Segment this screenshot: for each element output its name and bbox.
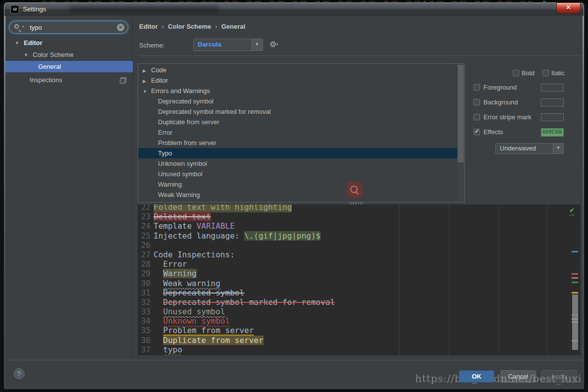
sidebar-item-general[interactable]: General [5, 61, 133, 72]
code-line-36[interactable]: 36 Duplicate from server [138, 336, 571, 345]
scheme-dropdown[interactable]: Darcula ▼ [193, 39, 263, 51]
code-segment[interactable] [154, 288, 163, 297]
code-segment[interactable]: typo [163, 345, 182, 354]
code-segment[interactable]: Error [163, 259, 187, 269]
preview-scrollbar-thumb[interactable] [572, 294, 578, 350]
error-stripe-color-field[interactable] [541, 113, 564, 121]
foreground-color-field[interactable] [541, 84, 564, 92]
code-line-31[interactable]: 31 Deprecated symbol [138, 288, 571, 297]
options-row-errors-and-warnings[interactable]: ▼Errors and Warnings [138, 86, 464, 96]
code-segment[interactable]: Code Inspections: [154, 250, 235, 259]
help-button[interactable]: ? [13, 368, 25, 380]
code-line-32[interactable]: 32 Deprecated symbol marked for removal [138, 297, 571, 307]
code-segment[interactable]: Injected language: [154, 231, 244, 241]
code-segment[interactable] [154, 316, 163, 326]
effects-checkbox[interactable] [474, 129, 480, 135]
code-line-28[interactable]: 28 Error [138, 259, 571, 269]
code-segment[interactable] [154, 326, 163, 335]
code-segment[interactable] [154, 259, 163, 269]
italic-checkbox[interactable] [542, 70, 549, 76]
code-segment[interactable]: \.(gif|jpg|png)$ [244, 231, 321, 241]
ok-button[interactable]: OK [459, 370, 494, 383]
code-segment[interactable]: Deprecated symbol [163, 288, 244, 297]
background-checkbox[interactable] [474, 99, 480, 105]
code-line-25[interactable]: 25Injected language: \.(gif|jpg|png)$ [138, 231, 571, 241]
breadcrumb-item[interactable]: General [221, 23, 245, 30]
expand-arrow-icon[interactable]: ▶ [143, 66, 149, 76]
code-segment[interactable] [154, 336, 163, 345]
options-scrollbar[interactable] [457, 64, 464, 202]
stripe-mark[interactable] [572, 277, 578, 279]
foreground-checkbox[interactable] [474, 84, 480, 91]
code-segment[interactable]: Folded text with highlighting [154, 204, 292, 212]
stripe-mark[interactable] [572, 282, 578, 283]
code-line-26[interactable]: 26 [138, 241, 571, 250]
stripe-mark[interactable] [572, 292, 578, 294]
scheme-actions-button[interactable]: ⚙▾ [269, 40, 278, 49]
code-line-29[interactable]: 29 Warning [138, 269, 571, 278]
expand-arrow-icon[interactable]: ▶ [143, 201, 149, 202]
collapse-arrow-icon[interactable]: ▼ [15, 38, 19, 49]
code-line-34[interactable]: 34 Unknown symbol [138, 316, 571, 326]
code-segment[interactable] [154, 269, 163, 278]
code-segment[interactable] [154, 279, 163, 288]
code-segment[interactable]: Unused symbol [163, 307, 225, 316]
code-segment[interactable]: Unknown symbol [163, 316, 230, 326]
collapse-arrow-icon[interactable]: ▼ [24, 49, 28, 60]
code-line-27[interactable]: 27Code Inspections: [138, 250, 571, 259]
code-segment[interactable]: Template [154, 221, 197, 231]
code-segment[interactable]: Duplicate from server [163, 336, 263, 345]
breadcrumb-item[interactable]: Editor [139, 23, 158, 30]
clear-search-icon[interactable]: ✕ [117, 24, 124, 31]
stripe-mark[interactable] [572, 251, 578, 252]
options-row-code[interactable]: ▶Code [138, 65, 464, 75]
dropdown-arrow-box[interactable]: ▼ [553, 144, 563, 153]
options-row-problem-from-server[interactable]: Problem from server [138, 138, 464, 148]
inspections-settings-icon[interactable] [120, 77, 126, 84]
dropdown-arrow-box[interactable]: ▼ [252, 39, 263, 50]
sidebar-item-editor[interactable]: ▼ Editor [5, 38, 133, 49]
code-line-30[interactable]: 30 Weak warning [138, 279, 571, 288]
code-line-35[interactable]: 35 Problem from server [138, 326, 571, 335]
settings-search-box[interactable]: ▾ ✕ [9, 21, 128, 34]
options-row-typo[interactable]: Typo [138, 148, 464, 158]
code-segment[interactable]: Deleted text [154, 212, 211, 221]
options-row-error[interactable]: Error [138, 127, 464, 138]
options-row-duplicate-from-server[interactable]: Duplicate from server [138, 117, 464, 127]
code-line-37[interactable]: 37 typo [138, 345, 571, 354]
code-segment[interactable] [154, 297, 163, 307]
effects-color-field[interactable]: 659C6B [541, 128, 564, 137]
breadcrumb-item[interactable]: Color Scheme [168, 23, 211, 30]
options-row-editor[interactable]: ▶Editor [138, 75, 464, 86]
effect-style-dropdown[interactable]: Underwaved ▼ [495, 143, 564, 154]
options-row-unknown-symbol[interactable]: Unknown symbol [138, 158, 464, 169]
options-row-deprecated-symbol[interactable]: Deprecated symbol [138, 96, 464, 106]
code-line-22[interactable]: 22Folded text with highlighting [138, 204, 571, 212]
code-segment[interactable] [154, 345, 163, 354]
scrollbar-thumb[interactable] [458, 65, 464, 162]
collapse-arrow-icon[interactable]: ▼ [143, 87, 149, 97]
code-segment[interactable]: Weak warning [163, 279, 220, 288]
options-row-warning[interactable]: Warning [138, 179, 464, 190]
code-line-23[interactable]: 23Deleted text [138, 212, 571, 221]
error-stripe-checkbox[interactable] [474, 114, 480, 120]
code-segment[interactable] [154, 307, 163, 316]
bold-checkbox[interactable] [513, 70, 519, 76]
sidebar-item-inspections[interactable]: Inspections [5, 75, 133, 86]
code-segment[interactable]: VARIABLE [197, 221, 235, 231]
close-button[interactable]: ✕ [557, 3, 580, 13]
expand-arrow-icon[interactable]: ▶ [143, 76, 149, 87]
options-row-weak-warning[interactable]: Weak Warning [138, 190, 464, 200]
sidebar-item-color-scheme[interactable]: ▼ Color Scheme [5, 49, 133, 60]
options-row-hyperlinks[interactable]: ▶Hyperlinks [138, 200, 464, 202]
code-line-33[interactable]: 33 Unused symbol [138, 307, 571, 316]
background-color-field[interactable] [541, 98, 564, 106]
titlebar[interactable]: IJ Settings ✕ [4, 3, 584, 16]
options-row-unused-symbol[interactable]: Unused symbol [138, 169, 464, 179]
search-input[interactable] [29, 22, 113, 32]
code-segment[interactable]: Deprecated symbol marked for removal [163, 297, 335, 307]
options-row-deprecated-symbol-marked-for-removal[interactable]: Deprecated symbol marked for removal [138, 106, 464, 117]
search-options-chevron-icon[interactable]: ▾ [22, 25, 24, 29]
code-segment[interactable]: Warning [163, 269, 196, 278]
code-line-24[interactable]: 24Template VARIABLE [138, 221, 571, 231]
